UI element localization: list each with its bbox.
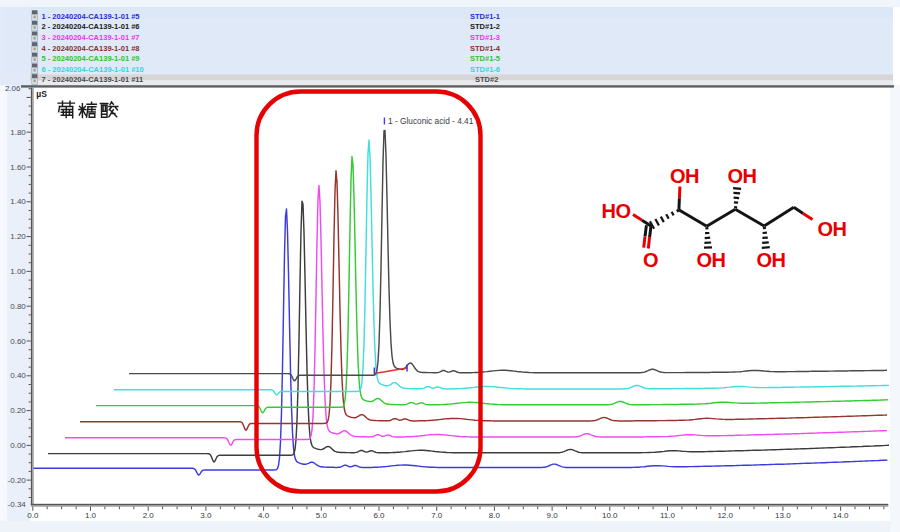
svg-text:STD#1-3: STD#1-3	[470, 33, 500, 42]
svg-text:0.40: 0.40	[10, 371, 26, 380]
svg-text:2.0: 2.0	[143, 511, 155, 520]
svg-text:1 - Gluconic acid - 4.41: 1 - Gluconic acid - 4.41	[388, 116, 474, 126]
svg-text:OH: OH	[697, 249, 726, 271]
svg-text:4 - 20240204-CA139-1-01 #8: 4 - 20240204-CA139-1-01 #8	[42, 44, 140, 53]
svg-text:6 - 20240204-CA139-1-01 #10: 6 - 20240204-CA139-1-01 #10	[42, 65, 144, 74]
svg-text:1.40: 1.40	[10, 197, 26, 206]
svg-text:OH: OH	[757, 249, 786, 271]
svg-text:-0.34: -0.34	[8, 500, 27, 509]
svg-text:7 - 20240204-CA139-1-01 #11: 7 - 20240204-CA139-1-01 #11	[42, 75, 144, 84]
svg-text:OH: OH	[670, 165, 699, 187]
svg-text:STD#1-6: STD#1-6	[470, 65, 500, 74]
svg-text:10.0: 10.0	[602, 511, 618, 520]
svg-text:8.0: 8.0	[489, 511, 501, 520]
svg-text:3.0: 3.0	[200, 511, 212, 520]
svg-text:12.0: 12.0	[717, 511, 733, 520]
svg-text:7.0: 7.0	[431, 511, 443, 520]
svg-text:3 - 20240204-CA139-1-01 #7: 3 - 20240204-CA139-1-01 #7	[42, 33, 140, 42]
svg-text:4.0: 4.0	[258, 511, 270, 520]
svg-text:STD#1-4: STD#1-4	[470, 44, 501, 53]
svg-text:1.00: 1.00	[10, 267, 26, 276]
svg-text:HO: HO	[602, 200, 631, 222]
svg-text:-0.20: -0.20	[8, 476, 27, 485]
svg-text:9.0: 9.0	[547, 511, 559, 520]
svg-text:14.0: 14.0	[833, 511, 849, 520]
svg-text:OH: OH	[728, 165, 757, 187]
svg-text:13.0: 13.0	[775, 511, 791, 520]
svg-text:0.80: 0.80	[10, 302, 26, 311]
svg-text:STD#1-1: STD#1-1	[470, 12, 500, 21]
svg-text:µS: µS	[36, 89, 47, 99]
svg-text:5 - 20240204-CA139-1-01 #9: 5 - 20240204-CA139-1-01 #9	[42, 54, 140, 63]
svg-text:11.0: 11.0	[660, 511, 676, 520]
svg-text:1.60: 1.60	[10, 163, 26, 172]
svg-text:STD#1-2: STD#1-2	[470, 22, 500, 31]
svg-text:2 - 20240204-CA139-1-01 #6: 2 - 20240204-CA139-1-01 #6	[42, 22, 140, 31]
svg-text:STD#1-5: STD#1-5	[470, 54, 500, 63]
svg-text:0.00: 0.00	[10, 441, 26, 450]
svg-text:1 - 20240204-CA139-1-01 #5: 1 - 20240204-CA139-1-01 #5	[42, 12, 140, 21]
svg-text:1.0: 1.0	[85, 511, 97, 520]
svg-text:6.0: 6.0	[373, 511, 385, 520]
svg-text:0.60: 0.60	[10, 337, 26, 346]
svg-text:0.20: 0.20	[10, 406, 26, 415]
svg-text:2.06: 2.06	[5, 84, 21, 93]
svg-text:0.0: 0.0	[27, 511, 39, 520]
svg-text:1.20: 1.20	[10, 232, 26, 241]
svg-text:O: O	[643, 249, 658, 271]
svg-text:OH: OH	[818, 218, 847, 240]
svg-text:STD#2: STD#2	[475, 75, 498, 84]
svg-text:1.80: 1.80	[10, 128, 26, 137]
svg-text:5.0: 5.0	[316, 511, 328, 520]
